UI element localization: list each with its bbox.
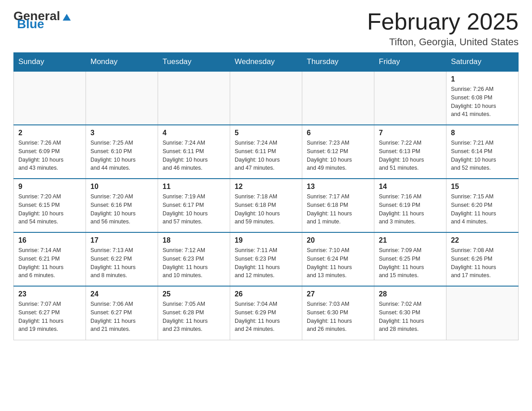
table-cell: 2Sunrise: 7:26 AMSunset: 6:09 PMDaylight… bbox=[14, 125, 86, 179]
table-cell: 28Sunrise: 7:02 AMSunset: 6:30 PMDayligh… bbox=[374, 286, 446, 340]
day-info: Sunrise: 7:20 AMSunset: 6:15 PMDaylight:… bbox=[18, 193, 81, 226]
day-number: 2 bbox=[18, 129, 81, 137]
header-saturday: Saturday bbox=[446, 53, 519, 72]
logo: General Blue bbox=[13, 9, 71, 31]
day-info: Sunrise: 7:08 AMSunset: 6:26 PMDaylight:… bbox=[451, 246, 514, 280]
day-number: 15 bbox=[451, 183, 514, 191]
day-info: Sunrise: 7:24 AMSunset: 6:11 PMDaylight:… bbox=[235, 139, 297, 172]
table-cell: 25Sunrise: 7:05 AMSunset: 6:28 PMDayligh… bbox=[158, 286, 230, 340]
day-number: 12 bbox=[235, 183, 297, 191]
day-number: 8 bbox=[451, 129, 514, 137]
table-cell: 10Sunrise: 7:20 AMSunset: 6:16 PMDayligh… bbox=[86, 179, 158, 232]
week-row-1: 1Sunrise: 7:26 AMSunset: 6:08 PMDaylight… bbox=[14, 71, 519, 125]
table-cell bbox=[14, 71, 86, 125]
day-info: Sunrise: 7:09 AMSunset: 6:25 PMDaylight:… bbox=[379, 246, 442, 280]
day-info: Sunrise: 7:11 AMSunset: 6:23 PMDaylight:… bbox=[235, 246, 297, 280]
table-cell: 21Sunrise: 7:09 AMSunset: 6:25 PMDayligh… bbox=[374, 232, 446, 286]
day-info: Sunrise: 7:19 AMSunset: 6:17 PMDaylight:… bbox=[163, 193, 225, 226]
day-info: Sunrise: 7:04 AMSunset: 6:29 PMDaylight:… bbox=[235, 300, 297, 334]
table-cell bbox=[302, 71, 374, 125]
table-cell: 13Sunrise: 7:17 AMSunset: 6:18 PMDayligh… bbox=[302, 179, 374, 232]
day-info: Sunrise: 7:24 AMSunset: 6:11 PMDaylight:… bbox=[163, 139, 225, 172]
title-block: February 2025 Tifton, Georgia, United St… bbox=[367, 9, 519, 48]
table-cell bbox=[158, 71, 230, 125]
day-info: Sunrise: 7:26 AMSunset: 6:08 PMDaylight:… bbox=[451, 85, 514, 119]
day-number: 9 bbox=[18, 183, 81, 191]
table-cell: 6Sunrise: 7:23 AMSunset: 6:12 PMDaylight… bbox=[302, 125, 374, 179]
day-number: 20 bbox=[307, 236, 369, 244]
table-cell: 16Sunrise: 7:14 AMSunset: 6:21 PMDayligh… bbox=[14, 232, 86, 286]
table-cell: 12Sunrise: 7:18 AMSunset: 6:18 PMDayligh… bbox=[230, 179, 302, 232]
day-number: 26 bbox=[235, 290, 297, 298]
week-row-2: 2Sunrise: 7:26 AMSunset: 6:09 PMDaylight… bbox=[14, 125, 519, 179]
day-number: 27 bbox=[307, 290, 369, 298]
table-cell: 26Sunrise: 7:04 AMSunset: 6:29 PMDayligh… bbox=[230, 286, 302, 340]
day-info: Sunrise: 7:03 AMSunset: 6:30 PMDaylight:… bbox=[307, 300, 369, 334]
header-sunday: Sunday bbox=[14, 53, 86, 72]
day-info: Sunrise: 7:14 AMSunset: 6:21 PMDaylight:… bbox=[18, 246, 81, 280]
day-info: Sunrise: 7:06 AMSunset: 6:27 PMDaylight:… bbox=[90, 300, 153, 334]
table-cell bbox=[446, 286, 519, 340]
table-cell: 22Sunrise: 7:08 AMSunset: 6:26 PMDayligh… bbox=[446, 232, 519, 286]
day-number: 23 bbox=[18, 290, 81, 298]
table-cell: 20Sunrise: 7:10 AMSunset: 6:24 PMDayligh… bbox=[302, 232, 374, 286]
table-cell: 23Sunrise: 7:07 AMSunset: 6:27 PMDayligh… bbox=[14, 286, 86, 340]
table-cell: 8Sunrise: 7:21 AMSunset: 6:14 PMDaylight… bbox=[446, 125, 519, 179]
week-row-3: 9Sunrise: 7:20 AMSunset: 6:15 PMDaylight… bbox=[14, 179, 519, 232]
day-number: 11 bbox=[163, 183, 225, 191]
day-number: 3 bbox=[90, 129, 153, 137]
day-info: Sunrise: 7:17 AMSunset: 6:18 PMDaylight:… bbox=[307, 193, 369, 226]
header-tuesday: Tuesday bbox=[158, 53, 230, 72]
day-number: 22 bbox=[451, 236, 514, 244]
day-info: Sunrise: 7:26 AMSunset: 6:09 PMDaylight:… bbox=[18, 139, 81, 172]
day-number: 4 bbox=[163, 129, 225, 137]
day-info: Sunrise: 7:16 AMSunset: 6:19 PMDaylight:… bbox=[379, 193, 442, 226]
table-cell bbox=[230, 71, 302, 125]
header-wednesday: Wednesday bbox=[230, 53, 302, 72]
table-cell bbox=[374, 71, 446, 125]
day-number: 21 bbox=[379, 236, 442, 244]
day-info: Sunrise: 7:20 AMSunset: 6:16 PMDaylight:… bbox=[90, 193, 153, 226]
day-info: Sunrise: 7:12 AMSunset: 6:23 PMDaylight:… bbox=[163, 246, 225, 280]
day-number: 17 bbox=[90, 236, 153, 244]
table-cell: 19Sunrise: 7:11 AMSunset: 6:23 PMDayligh… bbox=[230, 232, 302, 286]
day-number: 19 bbox=[235, 236, 297, 244]
day-number: 24 bbox=[90, 290, 153, 298]
day-number: 18 bbox=[163, 236, 225, 244]
day-info: Sunrise: 7:05 AMSunset: 6:28 PMDaylight:… bbox=[163, 300, 225, 334]
day-number: 6 bbox=[307, 129, 369, 137]
day-info: Sunrise: 7:25 AMSunset: 6:10 PMDaylight:… bbox=[90, 139, 153, 172]
page-header: General Blue February 2025 Tifton, Georg… bbox=[13, 9, 519, 48]
day-info: Sunrise: 7:07 AMSunset: 6:27 PMDaylight:… bbox=[18, 300, 81, 334]
table-cell: 1Sunrise: 7:26 AMSunset: 6:08 PMDaylight… bbox=[446, 71, 519, 125]
table-cell: 17Sunrise: 7:13 AMSunset: 6:22 PMDayligh… bbox=[86, 232, 158, 286]
day-number: 16 bbox=[18, 236, 81, 244]
day-number: 25 bbox=[163, 290, 225, 298]
header-thursday: Thursday bbox=[302, 53, 374, 72]
day-number: 13 bbox=[307, 183, 369, 191]
logo-blue: Blue bbox=[17, 17, 44, 31]
day-number: 28 bbox=[379, 290, 442, 298]
weekday-header-row: Sunday Monday Tuesday Wednesday Thursday… bbox=[14, 53, 519, 72]
day-number: 7 bbox=[379, 129, 442, 137]
calendar-table: Sunday Monday Tuesday Wednesday Thursday… bbox=[13, 52, 519, 340]
day-info: Sunrise: 7:13 AMSunset: 6:22 PMDaylight:… bbox=[90, 246, 153, 280]
day-number: 10 bbox=[90, 183, 153, 191]
table-cell: 5Sunrise: 7:24 AMSunset: 6:11 PMDaylight… bbox=[230, 125, 302, 179]
day-info: Sunrise: 7:22 AMSunset: 6:13 PMDaylight:… bbox=[379, 139, 442, 172]
table-cell: 18Sunrise: 7:12 AMSunset: 6:23 PMDayligh… bbox=[158, 232, 230, 286]
header-monday: Monday bbox=[86, 53, 158, 72]
table-cell: 24Sunrise: 7:06 AMSunset: 6:27 PMDayligh… bbox=[86, 286, 158, 340]
day-info: Sunrise: 7:23 AMSunset: 6:12 PMDaylight:… bbox=[307, 139, 369, 172]
day-info: Sunrise: 7:15 AMSunset: 6:20 PMDaylight:… bbox=[451, 193, 514, 226]
table-cell: 27Sunrise: 7:03 AMSunset: 6:30 PMDayligh… bbox=[302, 286, 374, 340]
table-cell: 14Sunrise: 7:16 AMSunset: 6:19 PMDayligh… bbox=[374, 179, 446, 232]
table-cell: 3Sunrise: 7:25 AMSunset: 6:10 PMDaylight… bbox=[86, 125, 158, 179]
calendar-subtitle: Tifton, Georgia, United States bbox=[367, 36, 519, 48]
day-number: 1 bbox=[451, 75, 514, 83]
table-cell: 7Sunrise: 7:22 AMSunset: 6:13 PMDaylight… bbox=[374, 125, 446, 179]
header-friday: Friday bbox=[374, 53, 446, 72]
day-info: Sunrise: 7:10 AMSunset: 6:24 PMDaylight:… bbox=[307, 246, 369, 280]
calendar-title: February 2025 bbox=[367, 9, 519, 34]
day-info: Sunrise: 7:02 AMSunset: 6:30 PMDaylight:… bbox=[379, 300, 442, 334]
